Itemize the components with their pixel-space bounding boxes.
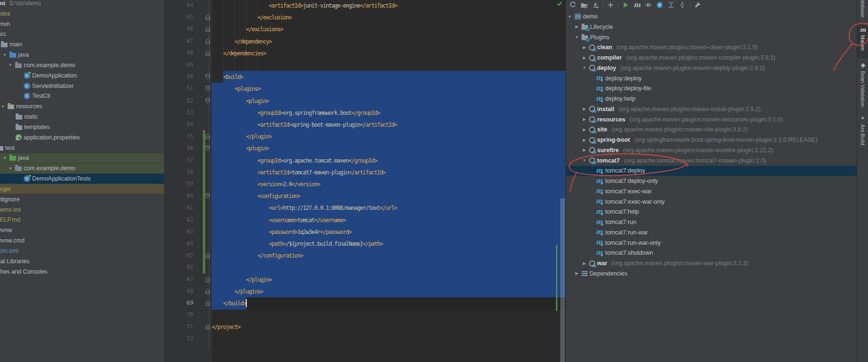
maven-item-deploy-deploy[interactable]: deploy:deploy <box>566 73 857 83</box>
expand-all-button[interactable] <box>667 1 675 9</box>
maven-item-tomcat7-deploy-only[interactable]: tomcat7:deploy-only <box>566 176 857 186</box>
project-tree-item-pom-xml[interactable]: pom.xml <box>0 246 164 256</box>
maven-item-demo[interactable]: ▼demo <box>566 12 857 22</box>
project-tree-item-help-md[interactable]: HELP.md <box>0 215 164 225</box>
project-tree-item-mvnw-cmd[interactable]: mvnw.cmd <box>0 236 164 246</box>
java-expand-arrow[interactable]: ▼ <box>2 156 8 160</box>
code-line-68[interactable]: </plugins> <box>164 285 565 298</box>
code-line-58[interactable]: <artifactId>tomcat7-maven-plugin</artifa… <box>164 166 565 179</box>
compiler-expand-arrow[interactable]: ▶ <box>582 56 587 60</box>
code-line-57[interactable]: <groupId>org.apache.tomcat.maven</groupI… <box>164 155 565 167</box>
execute-goal-button[interactable]: m <box>633 1 641 9</box>
project-tree-item-application-properties[interactable]: application.properties <box>0 132 164 142</box>
code-line-47[interactable]: </dependency> <box>164 35 565 48</box>
project-tree-item-demo-iml[interactable]: demo.iml <box>0 205 164 215</box>
maven-item-site[interactable]: ▶site(org.apache.maven.plugins:maven-sit… <box>566 125 857 135</box>
maven-item-deploy[interactable]: ▼deploy(org.apache.maven.plugins:maven-d… <box>566 63 857 73</box>
code-line-54[interactable]: <artifactId>spring-boot-maven-plugin</ar… <box>164 119 565 131</box>
maven-item-tomcat7-run[interactable]: tomcat7:run <box>566 217 857 227</box>
project-tree-item-com-example-demo[interactable]: ▼com.example.demo <box>0 60 164 70</box>
settings-button[interactable] <box>694 1 702 9</box>
editor-scrollbar[interactable] <box>560 198 565 362</box>
stripe-tab-ant-build[interactable]: *Ant Build <box>857 114 868 148</box>
project-tree-item-demoapplication[interactable]: DemoApplication <box>0 70 164 80</box>
code-line-46[interactable]: </exclusions> <box>164 23 565 35</box>
download-sources-button[interactable] <box>591 1 599 9</box>
spring-boot-expand-arrow[interactable]: ▶ <box>582 138 587 142</box>
resources-expand-arrow[interactable]: ▼ <box>0 104 6 109</box>
resources-expand-arrow[interactable]: ▶ <box>582 117 587 121</box>
project-tree-item-demoapplicationtests[interactable]: DemoApplicationTests <box>0 174 164 184</box>
collapse-all-button[interactable] <box>678 1 686 9</box>
code-line-60[interactable]: <configuration> <box>164 190 565 202</box>
code-line-44[interactable]: <artifactId>junit-vintage-engine</artifa… <box>164 0 565 12</box>
maven-item-dependencies[interactable]: ▶Dependencies <box>566 268 857 278</box>
dependencies-expand-arrow[interactable]: ▶ <box>574 271 580 276</box>
com-example-demo-expand-arrow[interactable]: ▼ <box>8 63 13 67</box>
code-line-62[interactable]: <username>tomcat</username> <box>164 214 565 226</box>
maven-item-plugins[interactable]: ▼Plugins <box>566 32 857 42</box>
surefire-expand-arrow[interactable]: ▶ <box>582 148 587 152</box>
project-tree-item-src[interactable]: src <box>0 29 164 39</box>
refresh-button[interactable] <box>569 1 577 9</box>
clean-expand-arrow[interactable]: ▶ <box>582 45 587 50</box>
project-tree-item-static[interactable]: static <box>0 112 164 122</box>
code-line-66[interactable] <box>164 261 565 274</box>
maven-item-surefire[interactable]: ▶surefire(org.apache.maven.plugins:maven… <box>566 145 857 155</box>
demo-expand-arrow[interactable]: ▼ <box>567 15 573 19</box>
project-tree-item-servletinitializer[interactable]: ServletInitializer <box>0 81 164 91</box>
project-tree-item-target[interactable]: target <box>0 184 164 194</box>
maven-item-war[interactable]: ▶war(org.apache.maven.plugins:maven-war-… <box>566 259 857 268</box>
maven-item-install[interactable]: ▶install(org.apache.maven.plugins:maven-… <box>566 104 857 114</box>
project-tree-item-testctl[interactable]: TestCtl <box>0 91 164 101</box>
code-line-55[interactable]: </plugin> <box>164 130 565 143</box>
deploy-expand-arrow[interactable]: ▼ <box>582 66 587 70</box>
code-line-61[interactable]: <url>http://127.0.0.1:8088/manager/text<… <box>164 202 565 214</box>
maven-item-tomcat7-help[interactable]: tomcat7:help <box>566 207 857 217</box>
maven-item-compiler[interactable]: ▶compiler(org.apache.maven.plugins:maven… <box>566 53 857 63</box>
code-editor[interactable]: 4445464748495051525354555657585960616263… <box>164 0 565 362</box>
maven-item-clean[interactable]: ▶clean(org.apache.maven.plugins:maven-cl… <box>566 43 857 52</box>
project-tree-item-scratches-and-consoles[interactable]: Scratches and Consoles <box>0 267 164 276</box>
maven-item-tomcat7-deploy[interactable]: tomcat7:deploy <box>566 166 857 176</box>
code-line-56[interactable]: <plugin> <box>164 142 565 155</box>
com-example-demo-expand-arrow[interactable]: ▼ <box>8 166 13 171</box>
maven-item-deploy-help[interactable]: deploy:help <box>566 94 857 104</box>
tomcat7-expand-arrow[interactable]: ▼ <box>582 158 587 163</box>
project-tree-item-java[interactable]: ▼java <box>0 50 164 60</box>
site-expand-arrow[interactable]: ▶ <box>582 128 587 132</box>
stripe-tab-database[interactable]: Database <box>857 0 868 24</box>
code-line-49[interactable] <box>164 59 565 71</box>
project-tree-item-templates[interactable]: templates <box>0 122 164 132</box>
maven-item-tomcat7-run-war-only[interactable]: tomcat7:run-war-only <box>566 238 857 248</box>
maven-item-spring-boot[interactable]: ▶spring-boot(org.springframework.boot:sp… <box>566 135 857 145</box>
project-tree-item-mvn[interactable]: .mvn <box>0 19 164 29</box>
inspections-ok-icon[interactable] <box>556 0 563 8</box>
project-tree-item-main[interactable]: main <box>0 40 164 50</box>
code-line-50[interactable]: <build> <box>164 71 565 83</box>
code-line-70[interactable] <box>164 309 565 321</box>
code-line-53[interactable]: <groupId>org.springframework.boot</group… <box>164 107 565 119</box>
project-tree-item-mvnw[interactable]: mvnw <box>0 225 164 235</box>
install-expand-arrow[interactable]: ▶ <box>582 107 587 111</box>
java-expand-arrow[interactable]: ▼ <box>2 53 8 57</box>
code-line-64[interactable]: <path>/${project.build.finalName}</path> <box>164 238 565 250</box>
project-tree-item-external-libraries[interactable]: External Libraries <box>0 256 164 266</box>
project-tree-item-java[interactable]: ▼java <box>0 153 164 163</box>
code-line-48[interactable]: </dependencies> <box>164 47 565 60</box>
project-tree-item-demo[interactable]: ▼demoD:\zlc\demo <box>0 0 164 9</box>
code-line-59[interactable]: <version>2.0</version> <box>164 178 565 190</box>
code-line-69[interactable]: </build> <box>164 297 565 310</box>
maven-item-resources[interactable]: ▶resources(org.apache.maven.plugins:mave… <box>566 114 857 124</box>
stripe-tab-bean-validation[interactable]: Bean Validation <box>857 60 868 110</box>
stripe-tab-maven[interactable]: mMaven <box>857 25 868 58</box>
generate-sources-button[interactable] <box>580 1 588 9</box>
maven-item-deploy-deploy-file[interactable]: deploy:deploy-file <box>566 84 857 94</box>
code-line-65[interactable]: </configuration> <box>164 250 565 262</box>
maven-item-tomcat7-shutdown[interactable]: tomcat7:shutdown <box>566 248 857 258</box>
project-tree-item-com-example-demo[interactable]: ▼com.example.demo <box>0 164 164 173</box>
code-line-71[interactable]: </project> <box>164 321 565 333</box>
add-maven-project-button[interactable] <box>607 1 615 9</box>
code-line-63[interactable]: <password>1q2w3e4r</password> <box>164 226 565 238</box>
project-tree-item-resources[interactable]: ▼resources <box>0 102 164 112</box>
